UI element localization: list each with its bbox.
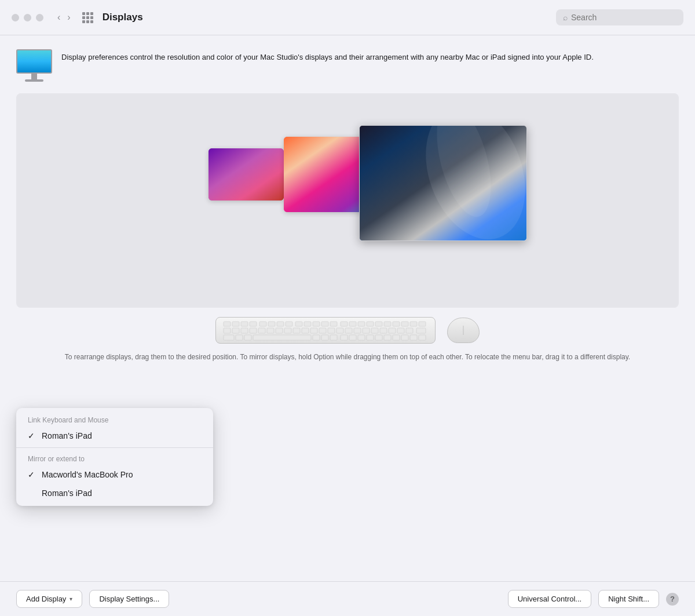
svg-rect-13 [295,322,302,326]
svg-rect-62 [375,335,382,340]
link-ipad-item[interactable]: ✓ Roman's iPad [16,427,213,445]
back-button[interactable]: ‹ [55,11,63,24]
add-display-button[interactable]: Add Display ▾ [16,590,82,608]
svg-rect-46 [380,328,387,333]
svg-rect-44 [363,328,370,333]
svg-rect-61 [367,335,374,340]
forward-button[interactable]: › [65,11,72,24]
add-display-label: Add Display [26,595,66,603]
svg-rect-35 [284,328,291,333]
grid-dot [86,12,89,15]
grid-dot [82,20,85,23]
night-shift-button[interactable]: Night Shift... [598,590,659,608]
svg-rect-5 [224,322,231,326]
svg-rect-21 [367,322,374,326]
mirror-macbook-item[interactable]: ✓ Macworld's MacBook Pro [16,465,213,484]
svg-rect-27 [419,322,426,326]
svg-rect-11 [277,322,284,326]
display-settings-button[interactable]: Display Settings... [89,590,169,608]
svg-rect-64 [393,335,400,340]
universal-control-button[interactable]: Universal Control... [508,590,592,608]
main-content: Display preferences control the resoluti… [0,35,695,581]
keyboard [215,317,436,344]
svg-rect-20 [358,322,365,326]
add-display-dropdown[interactable]: Link Keyboard and Mouse ✓ Roman's iPad M… [16,408,213,506]
display-thumb-3[interactable] [359,125,527,241]
display-canvas[interactable] [16,93,679,308]
monitor-screen [16,49,52,74]
grid-dot [82,16,85,19]
minimize-button[interactable] [24,14,31,21]
svg-rect-63 [384,335,391,340]
info-description: Display preferences control the resoluti… [61,49,594,63]
svg-rect-33 [267,328,274,333]
svg-rect-7 [241,322,248,326]
help-button[interactable]: ? [666,593,679,606]
instructions-text: To rearrange displays, drag them to the … [16,347,679,367]
page-title: Displays [103,12,549,23]
svg-rect-66 [410,335,417,340]
svg-rect-15 [313,322,320,326]
titlebar: ‹ › Displays ⌕ [0,0,695,35]
night-shift-label: Night Shift... [608,595,649,603]
chevron-down-icon: ▾ [70,596,72,602]
svg-rect-6 [232,322,239,326]
displays-area[interactable] [168,125,527,264]
svg-rect-28 [224,328,231,333]
svg-rect-23 [384,322,391,326]
svg-rect-49 [406,328,413,333]
svg-rect-43 [354,328,361,333]
svg-rect-65 [401,335,408,340]
search-input[interactable] [571,13,676,22]
svg-rect-26 [410,322,417,326]
svg-rect-22 [375,322,382,326]
window: ‹ › Displays ⌕ Display [0,0,695,616]
link-ipad-label: Roman's iPad [42,431,92,440]
svg-rect-30 [241,328,248,333]
svg-rect-58 [341,335,348,340]
svg-rect-55 [313,335,320,340]
search-icon: ⌕ [563,13,568,22]
svg-rect-50 [416,328,426,333]
svg-rect-60 [358,335,365,340]
mirror-macbook-label: Macworld's MacBook Pro [42,470,133,479]
svg-rect-10 [268,322,275,326]
grid-dot [82,12,85,15]
search-bar[interactable]: ⌕ [556,9,683,25]
svg-rect-57 [330,335,337,340]
svg-rect-41 [336,328,343,333]
monitor-neck [31,74,37,79]
grid-dot [86,16,89,19]
svg-rect-14 [304,322,311,326]
svg-rect-42 [345,328,352,333]
display-thumb-1[interactable] [209,148,284,201]
svg-rect-45 [371,328,378,333]
svg-rect-56 [321,335,328,340]
mouse-line [463,326,464,335]
svg-rect-40 [328,328,335,333]
checkmark-icon-2: ✓ [28,470,37,479]
svg-rect-47 [389,328,396,333]
svg-rect-18 [341,322,348,326]
link-section-label: Link Keyboard and Mouse [16,411,213,427]
svg-rect-39 [319,328,326,333]
grid-dot [90,12,93,15]
svg-rect-51 [224,335,234,340]
svg-rect-52 [236,335,243,340]
svg-rect-31 [250,328,257,333]
grid-icon[interactable] [82,12,93,23]
info-row: Display preferences control the resoluti… [16,49,679,82]
svg-rect-36 [293,328,300,333]
universal-control-label: Universal Control... [518,595,582,603]
bottom-bar: Add Display ▾ Display Settings... Univer… [0,581,695,616]
fullscreen-button[interactable] [36,14,43,21]
mirror-section-label: Mirror or extend to [16,450,213,465]
grid-dot [86,20,89,23]
svg-rect-25 [401,322,408,326]
close-button[interactable] [12,14,19,21]
grid-dot [90,16,93,19]
svg-rect-59 [349,335,356,340]
svg-rect-12 [286,322,292,326]
mirror-ipad-item[interactable]: ✓ Roman's iPad [16,484,213,502]
mouse [447,318,480,343]
